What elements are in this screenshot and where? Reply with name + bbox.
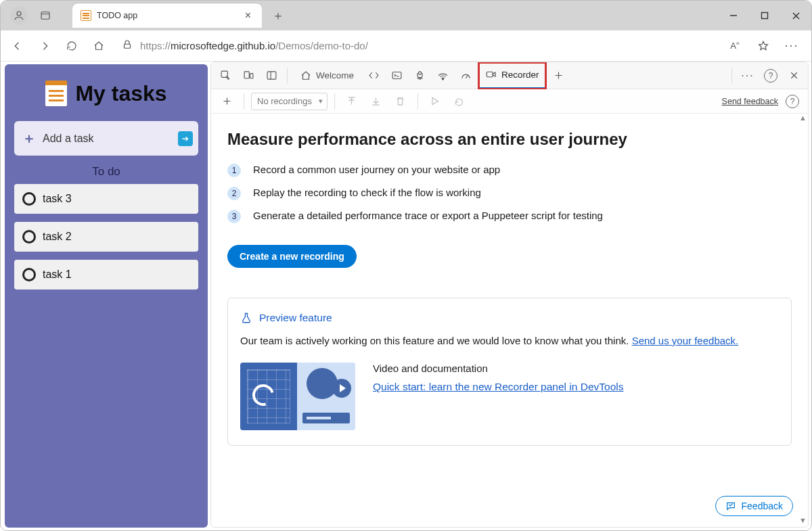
task-label: task 3 — [43, 193, 72, 205]
recordings-select[interactable]: No recordings — [251, 93, 328, 110]
devtools-close-button[interactable] — [784, 66, 804, 86]
divider — [731, 68, 732, 84]
tab-actions-button[interactable] — [33, 3, 58, 28]
url-text: https://microsoftedge.github.io/Demos/de… — [140, 40, 368, 51]
devtools-more-button[interactable]: ··· — [738, 66, 758, 86]
import-icon[interactable] — [342, 91, 362, 112]
preview-feature-label: Preview feature — [259, 312, 332, 324]
window-controls — [718, 1, 811, 30]
todo-header: My tasks — [14, 80, 198, 106]
tab-network-icon[interactable] — [432, 66, 453, 86]
browser-window: TODO app × ＋ https://microsoftedge.githu… — [0, 0, 812, 531]
video-thumbnail[interactable] — [240, 363, 355, 430]
step-number-badge: 2 — [227, 187, 241, 200]
address-bar[interactable]: https://microsoftedge.github.io/Demos/de… — [113, 34, 721, 57]
devtools-help-button[interactable]: ? — [761, 66, 781, 86]
preview-feature-header: Preview feature — [240, 312, 779, 324]
checkbox-circle-icon[interactable] — [22, 192, 36, 206]
tab-performance-icon[interactable] — [455, 66, 476, 86]
nav-refresh-button[interactable] — [59, 33, 85, 59]
delete-icon[interactable] — [390, 91, 411, 112]
replay-icon[interactable] — [425, 91, 445, 112]
tab-elements-icon[interactable] — [363, 66, 384, 86]
step-number-badge: 3 — [227, 210, 241, 223]
tab-welcome[interactable]: Welcome — [293, 62, 361, 89]
svg-rect-9 — [244, 72, 249, 78]
tab-recorder-label: Recorder — [501, 70, 539, 80]
browser-tab-active[interactable]: TODO app × — [72, 3, 262, 28]
task-item[interactable]: task 3 — [14, 184, 198, 214]
svg-line-20 — [466, 75, 468, 78]
devtools-panel: Welcome Recorder ··· ? — [210, 62, 809, 528]
feedback-button[interactable]: Feedback — [715, 496, 793, 516]
tab-close-button[interactable]: × — [242, 8, 254, 23]
new-recording-button[interactable] — [217, 91, 237, 112]
todo-app: My tasks ＋ Add a task ➔ To do task 3 tas… — [5, 64, 208, 528]
clipboard-icon — [45, 80, 67, 106]
feedback-button-label: Feedback — [742, 501, 783, 511]
divider — [418, 93, 418, 110]
checkbox-circle-icon[interactable] — [22, 268, 36, 281]
performance-trace-icon[interactable] — [449, 91, 470, 112]
task-item[interactable]: task 1 — [14, 260, 198, 290]
dock-side-icon[interactable] — [261, 66, 281, 86]
recorder-heading: Measure performance across an entire use… — [227, 130, 792, 149]
checkbox-circle-icon[interactable] — [22, 230, 36, 244]
svg-rect-4 — [762, 13, 768, 19]
send-feedback-link[interactable]: Send feedback — [722, 97, 778, 106]
svg-point-16 — [419, 77, 421, 79]
nav-forward-button — [32, 33, 58, 59]
window-maximize-button[interactable] — [749, 1, 780, 30]
video-section-label: Video and documentation — [373, 363, 779, 374]
plus-icon: ＋ — [22, 129, 36, 147]
recordings-select-value: No recordings — [257, 96, 312, 106]
create-recording-button[interactable]: Create a new recording — [227, 245, 357, 268]
add-task-button[interactable]: ＋ Add a task ➔ — [14, 121, 198, 156]
profile-avatar-icon[interactable] — [10, 7, 28, 24]
tab-recorder[interactable]: Recorder — [478, 62, 546, 89]
inspect-element-icon[interactable] — [215, 66, 235, 86]
quick-start-link[interactable]: Quick start: learn the new Recorder pane… — [373, 381, 623, 392]
favicon-icon — [81, 10, 91, 21]
divider — [244, 93, 244, 110]
toolbar-help-icon[interactable]: ? — [782, 91, 803, 112]
export-icon[interactable] — [366, 91, 386, 112]
recorder-body: Measure performance across an entire use… — [211, 114, 808, 527]
todo-section-heading: To do — [14, 165, 198, 179]
window-close-button[interactable] — [780, 1, 811, 30]
tab-sources-icon[interactable] — [409, 66, 430, 86]
tab-title: TODO app — [97, 11, 137, 20]
step-item: 3 Generate a detailed performance trace … — [227, 210, 792, 223]
task-item[interactable]: task 2 — [14, 222, 198, 252]
new-tab-button[interactable]: ＋ — [267, 5, 289, 26]
navbar: https://microsoftedge.github.io/Demos/de… — [1, 30, 811, 62]
site-lock-icon[interactable] — [121, 39, 133, 53]
read-aloud-button[interactable]: A» — [722, 33, 748, 59]
step-number-badge: 1 — [227, 164, 241, 177]
tab-console-icon[interactable] — [386, 66, 407, 86]
step-text: Record a common user journey on your web… — [253, 164, 500, 175]
divider — [334, 93, 335, 110]
task-label: task 1 — [43, 269, 72, 281]
svg-point-15 — [418, 72, 421, 74]
divider — [287, 68, 288, 84]
step-text: Generate a detailed performance trace or… — [253, 210, 603, 221]
step-item: 2 Replay the recording to check if the f… — [227, 187, 792, 200]
window-minimize-button[interactable] — [718, 1, 749, 30]
scrollbar-down-icon[interactable]: ▼ — [799, 516, 807, 524]
add-tab-button[interactable] — [549, 66, 569, 86]
nav-back-button[interactable] — [5, 33, 30, 59]
submit-task-icon[interactable]: ➔ — [178, 131, 193, 146]
svg-point-0 — [17, 11, 21, 16]
preview-feature-card: Preview feature Our team is actively wor… — [227, 298, 792, 446]
add-task-label: Add a task — [43, 133, 94, 145]
favorite-star-button[interactable] — [750, 33, 776, 59]
svg-rect-11 — [267, 72, 276, 79]
nav-home-button[interactable] — [86, 33, 112, 59]
preview-feedback-link[interactable]: Send us your feedback. — [632, 335, 739, 346]
svg-rect-13 — [392, 72, 401, 79]
device-emulation-icon[interactable] — [238, 66, 258, 86]
flask-icon — [240, 312, 252, 324]
settings-more-button[interactable]: ··· — [779, 33, 805, 59]
feedback-icon — [725, 501, 736, 511]
